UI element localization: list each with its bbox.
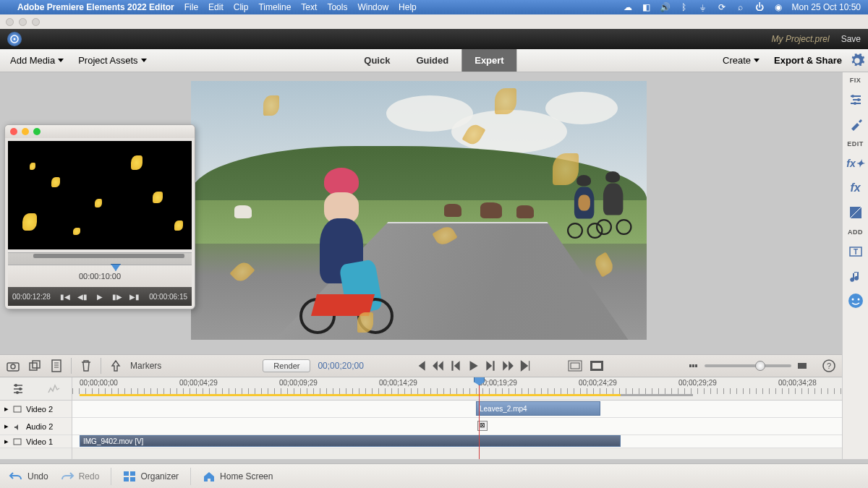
properties-icon[interactable] bbox=[49, 359, 64, 373]
save-button[interactable]: Save bbox=[841, 34, 861, 44]
undo-button[interactable]: Undo bbox=[9, 471, 48, 482]
clip-leaves[interactable]: Leaves_2.mp4 bbox=[476, 401, 600, 416]
duplicate-icon[interactable] bbox=[27, 359, 42, 373]
app-name[interactable]: Adobe Premiere Elements 2022 Editor bbox=[17, 2, 174, 12]
track-header-video2[interactable]: ▸ Video 2 bbox=[0, 401, 72, 418]
graphics-icon[interactable] bbox=[847, 292, 864, 309]
music-icon[interactable] bbox=[847, 267, 864, 285]
timeline-playhead[interactable] bbox=[479, 377, 480, 459]
menu-tools[interactable]: Tools bbox=[327, 2, 347, 12]
expand-icon[interactable]: ▸ bbox=[4, 404, 9, 414]
spotlight-icon[interactable]: ⌕ bbox=[736, 2, 746, 12]
siri-icon[interactable]: ◉ bbox=[773, 2, 783, 12]
title-icon[interactable]: T bbox=[847, 243, 864, 260]
create-button[interactable]: Create bbox=[715, 51, 767, 70]
minimize-panel-icon[interactable] bbox=[22, 128, 29, 135]
transition-icon[interactable] bbox=[847, 204, 864, 221]
ruler-label: 00;00;09;29 bbox=[279, 379, 318, 387]
menu-clip[interactable]: Clip bbox=[234, 2, 249, 12]
markers-label[interactable]: Markers bbox=[130, 361, 161, 371]
menu-edit[interactable]: Edit bbox=[208, 2, 224, 12]
project-assets-button[interactable]: Project Assets bbox=[71, 51, 153, 70]
goto-end-icon[interactable]: ▶▮ bbox=[129, 291, 140, 301]
timeline-ruler[interactable]: 00;00;00;00 00;00;04;29 00;00;09;29 00;0… bbox=[72, 377, 842, 401]
maximize-panel-icon[interactable] bbox=[33, 128, 41, 135]
menu-help[interactable]: Help bbox=[399, 2, 417, 12]
control-center-icon[interactable]: ⏻ bbox=[754, 2, 765, 12]
gear-icon[interactable] bbox=[849, 53, 865, 69]
add-media-button[interactable]: Add Media bbox=[3, 51, 71, 70]
goto-start-icon[interactable]: ▮◀ bbox=[59, 291, 71, 301]
timeline-tracks[interactable]: 00;00;00;00 00;00;04;29 00;00;09;29 00;0… bbox=[72, 377, 842, 459]
close-window-icon[interactable] bbox=[6, 18, 14, 26]
source-monitor-panel[interactable]: 00:00:10:00 00:00:12:28 ▮◀ ◀▮ ▶ ▮▶ ▶▮ 00… bbox=[4, 124, 195, 309]
export-share-button[interactable]: Export & Share bbox=[767, 51, 849, 70]
track-video1[interactable]: IMG_9402.mov [V] bbox=[72, 435, 842, 448]
zoom-thumb[interactable] bbox=[755, 361, 765, 371]
work-area-bar[interactable] bbox=[621, 394, 693, 396]
goto-in-icon[interactable] bbox=[414, 359, 427, 372]
track-audio2[interactable]: ⊠ bbox=[72, 418, 842, 435]
adjust-icon[interactable] bbox=[847, 91, 864, 108]
source-ruler[interactable] bbox=[8, 252, 192, 265]
mac-menubar: Adobe Premiere Elements 2022 Editor File… bbox=[0, 0, 868, 14]
fx-icon[interactable]: fx bbox=[847, 179, 864, 197]
marker-icon[interactable] bbox=[109, 359, 123, 373]
close-panel-icon[interactable] bbox=[10, 128, 17, 135]
menu-file[interactable]: File bbox=[184, 2, 198, 12]
minimize-window-icon[interactable] bbox=[19, 18, 27, 26]
main-area: 00:00:10:00 00:00:12:28 ▮◀ ◀▮ ▶ ▮▶ ▶▮ 00… bbox=[0, 72, 868, 354]
menu-timeline[interactable]: Timeline bbox=[258, 2, 291, 12]
tab-quick[interactable]: Quick bbox=[351, 49, 403, 72]
source-playhead-icon[interactable] bbox=[111, 264, 121, 271]
zoom-slider[interactable] bbox=[705, 364, 791, 367]
source-panel-header[interactable] bbox=[5, 125, 195, 138]
fast-forward-icon[interactable] bbox=[501, 359, 514, 372]
tab-expert[interactable]: Expert bbox=[461, 49, 516, 72]
track-header-video1[interactable]: ▸ Video 1 bbox=[0, 435, 72, 448]
expand-icon[interactable]: ▸ bbox=[4, 421, 9, 431]
step-back-icon[interactable]: ◀▮ bbox=[77, 291, 88, 301]
sync-icon[interactable]: ⟳ bbox=[717, 2, 727, 12]
track-video2[interactable]: Leaves_2.mp4 bbox=[72, 401, 842, 418]
camera-icon[interactable] bbox=[6, 359, 20, 373]
home-button[interactable]: Home Screen bbox=[203, 471, 273, 482]
volume-icon[interactable]: 🔊 bbox=[660, 2, 671, 12]
source-video[interactable] bbox=[8, 141, 192, 249]
audio-meter-icon[interactable] bbox=[47, 382, 60, 395]
bluetooth-icon[interactable]: ᛒ bbox=[679, 2, 689, 12]
tools-icon[interactable] bbox=[847, 116, 864, 133]
organizer-button[interactable]: Organizer bbox=[123, 471, 179, 482]
step-forward-icon[interactable]: ▮▶ bbox=[111, 291, 123, 301]
zoom-out-icon[interactable] bbox=[689, 362, 699, 369]
cloud-icon[interactable]: ☁ bbox=[623, 2, 633, 12]
program-monitor[interactable] bbox=[191, 81, 647, 340]
menu-window[interactable]: Window bbox=[357, 2, 388, 12]
timeline-settings-icon[interactable] bbox=[12, 382, 25, 395]
step-back-icon[interactable] bbox=[449, 359, 462, 372]
help-icon[interactable]: ? bbox=[822, 359, 836, 373]
notification-icon[interactable]: ◧ bbox=[642, 2, 652, 12]
wifi-icon[interactable]: ⏚ bbox=[698, 2, 708, 12]
timeline-timecode[interactable]: 00;00;20;00 bbox=[318, 361, 363, 371]
zoom-in-icon[interactable] bbox=[797, 362, 807, 369]
play-icon[interactable] bbox=[467, 359, 480, 372]
clip-img[interactable]: IMG_9402.mov [V] bbox=[80, 435, 621, 447]
svg-rect-17 bbox=[571, 363, 579, 369]
goto-out-icon[interactable] bbox=[519, 359, 532, 372]
clock[interactable]: Mon 25 Oct 10:50 bbox=[792, 2, 861, 12]
safe-margins-icon[interactable] bbox=[568, 359, 582, 373]
step-forward-icon[interactable] bbox=[484, 359, 497, 372]
redo-button[interactable]: Redo bbox=[60, 471, 100, 482]
tab-guided[interactable]: Guided bbox=[403, 49, 461, 72]
trash-icon[interactable] bbox=[79, 359, 93, 373]
fullscreen-icon[interactable] bbox=[590, 359, 604, 373]
rewind-icon[interactable] bbox=[432, 359, 445, 372]
fx-star-icon[interactable]: fx✦ bbox=[847, 155, 864, 172]
play-icon[interactable]: ▶ bbox=[94, 291, 106, 301]
expand-icon[interactable]: ▸ bbox=[4, 437, 9, 446]
render-button[interactable]: Render bbox=[263, 359, 310, 372]
menu-text[interactable]: Text bbox=[301, 2, 317, 12]
maximize-window-icon[interactable] bbox=[32, 18, 40, 26]
track-header-audio2[interactable]: ▸ Audio 2 bbox=[0, 418, 72, 435]
